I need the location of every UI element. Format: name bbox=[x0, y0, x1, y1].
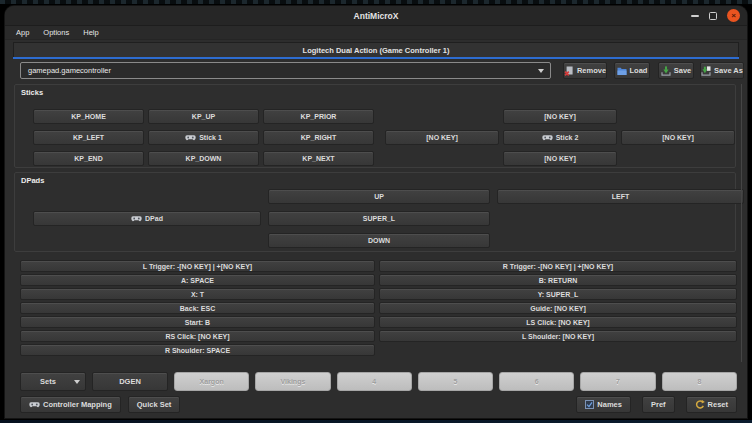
a-button[interactable]: A: SPACE bbox=[20, 274, 375, 286]
set-5-button[interactable]: 5 bbox=[418, 372, 493, 391]
sets-dropdown-button[interactable]: Sets bbox=[20, 372, 86, 391]
dpad-right-button[interactable]: SUPER_L bbox=[268, 211, 490, 226]
load-profile-button[interactable]: Load bbox=[614, 62, 650, 79]
gamepad-icon bbox=[29, 401, 40, 409]
set-6-button[interactable]: 6 bbox=[499, 372, 574, 391]
remove-icon bbox=[564, 66, 574, 76]
set-8-button[interactable]: 8 bbox=[662, 372, 737, 391]
reset-button[interactable]: Reset bbox=[686, 396, 737, 413]
guide-button[interactable]: Guide: [NO KEY] bbox=[379, 302, 737, 314]
rs-click-button[interactable]: RS Click: [NO KEY] bbox=[20, 330, 375, 342]
sticks-group-title: Sticks bbox=[21, 88, 43, 97]
l-trigger-button[interactable]: L Trigger: -[NO KEY] | +[NO KEY] bbox=[20, 260, 375, 272]
profile-row: gamepad.gamecontroller Remove Load Save bbox=[20, 62, 744, 79]
menubar: App Options Help bbox=[5, 26, 747, 40]
profile-combobox[interactable]: gamepad.gamecontroller bbox=[20, 62, 551, 79]
stick1-center-button[interactable]: Stick 1 bbox=[148, 130, 259, 145]
menu-app[interactable]: App bbox=[9, 27, 36, 38]
b-button[interactable]: B: RETURN bbox=[379, 274, 737, 286]
stick1-down-left-button[interactable]: KP_END bbox=[33, 151, 144, 166]
window-controls: × bbox=[691, 6, 740, 25]
pref-button[interactable]: Pref bbox=[642, 396, 675, 413]
gamepad-icon bbox=[131, 215, 142, 223]
menu-help[interactable]: Help bbox=[76, 27, 105, 38]
dpad-label: DPad bbox=[145, 215, 163, 222]
remove-profile-button[interactable]: Remove bbox=[563, 62, 607, 79]
remove-label: Remove bbox=[577, 66, 606, 75]
reset-label: Reset bbox=[708, 400, 728, 409]
set-2-button[interactable]: Xargon bbox=[174, 372, 249, 391]
main-body: Logitech Dual Action (Game Controller 1)… bbox=[5, 40, 747, 417]
app-window: AntiMicroX × App Options Help Logitech D… bbox=[5, 6, 747, 418]
set-7-button[interactable]: 7 bbox=[580, 372, 655, 391]
stick1-left-button[interactable]: KP_LEFT bbox=[33, 130, 144, 145]
stick1-label: Stick 1 bbox=[199, 134, 222, 141]
dpad-left-button[interactable]: LEFT bbox=[497, 189, 744, 204]
stick1-up-right-button[interactable]: KP_PRIOR bbox=[263, 109, 374, 124]
save-profile-button[interactable]: Save bbox=[658, 62, 694, 79]
stick2-down-button[interactable]: [NO KEY] bbox=[503, 151, 617, 166]
desktop-background: AntiMicroX × App Options Help Logitech D… bbox=[0, 0, 752, 423]
l-shoulder-button[interactable]: L Shoulder: [NO KEY] bbox=[379, 330, 737, 342]
quick-set-button[interactable]: Quick Set bbox=[128, 396, 181, 413]
stick2-left-button[interactable]: [NO KEY] bbox=[385, 130, 499, 145]
scroll-frame-border bbox=[741, 84, 742, 362]
stick1-up-left-button[interactable]: KP_HOME bbox=[33, 109, 144, 124]
dpad-grid: UP LEFT DPad SUPER_L DOWN bbox=[33, 189, 744, 248]
profile-name: gamepad.gamecontroller bbox=[28, 66, 111, 75]
button-assignment-list: L Trigger: -[NO KEY] | +[NO KEY] R Trigg… bbox=[20, 260, 737, 356]
r-shoulder-button[interactable]: R Shoulder: SPACE bbox=[20, 344, 375, 356]
stick2-grid: [NO KEY] [NO KEY] Stick 2 [NO KEY] [NO K… bbox=[385, 109, 735, 166]
dpad-down-button[interactable]: DOWN bbox=[268, 233, 490, 248]
x-button[interactable]: X: T bbox=[20, 288, 375, 300]
save-as-label: Save As bbox=[714, 66, 743, 75]
close-icon[interactable]: × bbox=[727, 9, 740, 22]
sets-dropdown-label: Sets bbox=[40, 377, 56, 386]
stick1-right-button[interactable]: KP_RIGHT bbox=[263, 130, 374, 145]
stick2-center-button[interactable]: Stick 2 bbox=[503, 130, 617, 145]
set-3-button[interactable]: Vikings bbox=[255, 372, 330, 391]
save-as-profile-button[interactable]: Save As bbox=[700, 62, 744, 79]
stick2-label: Stick 2 bbox=[556, 134, 579, 141]
stick1-down-button[interactable]: KP_DOWN bbox=[148, 151, 259, 166]
maximize-icon[interactable] bbox=[709, 12, 717, 20]
window-title: AntiMicroX bbox=[354, 11, 399, 21]
controller-tabbar: Logitech Dual Action (Game Controller 1) bbox=[13, 42, 739, 59]
save-label: Save bbox=[674, 66, 692, 75]
save-icon bbox=[661, 66, 671, 76]
set-4-button[interactable]: 4 bbox=[337, 372, 412, 391]
titlebar[interactable]: AntiMicroX × bbox=[5, 6, 747, 26]
controller-mapping-button[interactable]: Controller Mapping bbox=[20, 396, 121, 413]
dpad-center-button[interactable]: DPad bbox=[33, 211, 261, 226]
ls-click-button[interactable]: LS Click: [NO KEY] bbox=[379, 316, 737, 328]
y-button[interactable]: Y: SUPER_L bbox=[379, 288, 737, 300]
footer-row: Controller Mapping Quick Set Names Pref … bbox=[20, 396, 737, 413]
tab-controller[interactable]: Logitech Dual Action (Game Controller 1) bbox=[13, 42, 739, 57]
stick1-down-right-button[interactable]: KP_NEXT bbox=[263, 151, 374, 166]
stick1-grid: KP_HOME KP_UP KP_PRIOR KP_LEFT Stick 1 K… bbox=[33, 109, 374, 166]
dpad-up-button[interactable]: UP bbox=[268, 189, 490, 204]
stick2-up-button[interactable]: [NO KEY] bbox=[503, 109, 617, 124]
gamepad-icon bbox=[185, 134, 196, 142]
reset-icon bbox=[695, 400, 705, 410]
names-label: Names bbox=[597, 400, 622, 409]
folder-open-icon bbox=[617, 66, 627, 76]
stick2-right-button[interactable]: [NO KEY] bbox=[621, 130, 735, 145]
chevron-down-icon bbox=[74, 380, 80, 384]
save-as-icon bbox=[701, 66, 711, 76]
names-toggle-button[interactable]: Names bbox=[576, 396, 631, 413]
dpads-group-title: DPads bbox=[21, 176, 44, 185]
back-button[interactable]: Back: ESC bbox=[20, 302, 375, 314]
start-button[interactable]: Start: B bbox=[20, 316, 375, 328]
r-trigger-button[interactable]: R Trigger: -[NO KEY] | +[NO KEY] bbox=[379, 260, 737, 272]
sticks-grids: KP_HOME KP_UP KP_PRIOR KP_LEFT Stick 1 K… bbox=[33, 109, 735, 166]
sticks-group: Sticks KP_HOME KP_UP KP_PRIOR KP_LEFT St… bbox=[14, 84, 736, 168]
menu-options[interactable]: Options bbox=[36, 27, 76, 38]
minimize-icon[interactable] bbox=[691, 15, 699, 17]
chevron-down-icon bbox=[538, 69, 544, 73]
sets-row: Sets DGEN Xargon Vikings 4 5 6 7 8 bbox=[20, 372, 737, 391]
tab-active-underline bbox=[13, 57, 739, 59]
set-1-button-current[interactable]: DGEN bbox=[92, 372, 168, 391]
stick1-up-button[interactable]: KP_UP bbox=[148, 109, 259, 124]
dpads-group: DPads UP LEFT DPad SUPER_L DOWN bbox=[14, 172, 736, 252]
